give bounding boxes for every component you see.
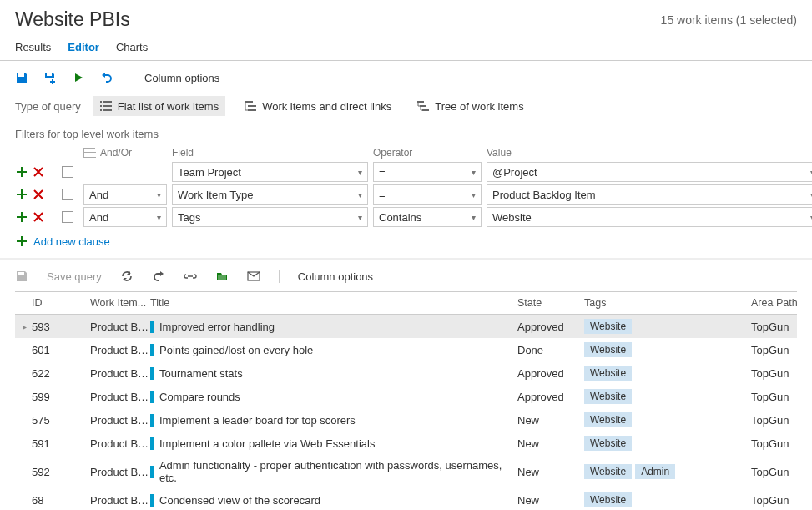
table-row[interactable]: 601 Product Ba... Points gained/lost on … xyxy=(15,338,797,361)
value-select[interactable]: Product Backlog Item▾ xyxy=(487,184,812,205)
remove-row-icon[interactable] xyxy=(32,210,45,224)
run-icon[interactable] xyxy=(72,71,85,84)
title-text: Compare rounds xyxy=(159,391,240,403)
cell-state: Approved xyxy=(517,321,584,333)
tab-results[interactable]: Results xyxy=(15,41,51,53)
svg-rect-11 xyxy=(422,109,429,111)
toolbar-divider xyxy=(129,71,129,84)
tag-pill: Website xyxy=(584,436,632,451)
svg-rect-9 xyxy=(417,101,424,103)
col-id[interactable]: ID xyxy=(32,297,90,309)
refresh-icon[interactable] xyxy=(120,270,134,283)
cell-id: 599 xyxy=(32,391,90,403)
cell-area: TopGun xyxy=(751,494,812,507)
type-color-bar xyxy=(150,391,154,403)
header-field: Field xyxy=(172,147,368,159)
col-type[interactable]: Work Item... xyxy=(90,297,150,309)
table-row[interactable]: 575 Product Ba... Implement a leader boa… xyxy=(15,408,797,432)
value-select[interactable]: @Project▾ xyxy=(487,162,812,182)
cell-tags: Website xyxy=(584,366,751,381)
cell-type: Product Ba... xyxy=(90,494,150,507)
col-tags[interactable]: Tags xyxy=(584,297,751,309)
title-text: Implement a leader board for top scorers xyxy=(159,414,356,427)
field-select[interactable]: Team Project▾ xyxy=(172,162,368,182)
table-row[interactable]: 592 Product Ba... Admin functionality - … xyxy=(15,455,797,488)
undo-icon[interactable] xyxy=(100,71,113,84)
filter-clause: Team Project▾ =▾ @Project▾ xyxy=(15,162,797,182)
andor-select[interactable]: And▾ xyxy=(83,207,167,227)
redo-icon[interactable] xyxy=(152,270,165,283)
results-toolbar: Save query Column options xyxy=(0,260,812,291)
row-expand-icon[interactable]: ▸ xyxy=(17,322,32,331)
query-type-row: Type of query Flat list of work items Wo… xyxy=(0,93,812,124)
svg-rect-4 xyxy=(100,109,102,111)
svg-rect-6 xyxy=(245,101,253,103)
add-row-icon[interactable] xyxy=(15,188,28,201)
col-title[interactable]: Title xyxy=(150,297,517,309)
table-row[interactable]: 68 Product Ba... Condensed view of the s… xyxy=(15,488,797,510)
andor-select[interactable]: And▾ xyxy=(83,184,167,205)
save-query-label: Save query xyxy=(47,270,102,283)
tab-editor[interactable]: Editor xyxy=(68,41,99,53)
col-state[interactable]: State xyxy=(517,297,584,309)
query-type-tree[interactable]: Tree of work items xyxy=(410,96,530,116)
save-icon[interactable] xyxy=(15,71,28,84)
svg-rect-5 xyxy=(103,109,112,111)
group-icon xyxy=(83,148,95,158)
tag-pill: Website xyxy=(584,412,632,427)
operator-select[interactable]: =▾ xyxy=(373,184,482,205)
svg-rect-8 xyxy=(248,109,256,111)
value-select[interactable]: Website▾ xyxy=(487,207,812,227)
table-row[interactable]: ▸ 593 Product Ba... Improved error handl… xyxy=(15,315,797,338)
page-title: Website PBIs xyxy=(15,8,130,31)
column-options-button-2[interactable]: Column options xyxy=(298,270,373,283)
table-row[interactable]: 622 Product Ba... Tournament stats Appro… xyxy=(15,361,797,385)
type-color-bar xyxy=(150,437,154,450)
clause-checkbox[interactable] xyxy=(62,211,73,223)
query-type-flat[interactable]: Flat list of work items xyxy=(93,96,225,116)
cell-type: Product Ba... xyxy=(90,437,150,450)
title-text: Implement a color pallete via Web Essent… xyxy=(159,437,375,450)
save-as-icon[interactable] xyxy=(43,71,57,84)
query-type-label: Type of query xyxy=(15,100,81,113)
query-tree-label: Tree of work items xyxy=(435,100,523,113)
col-area[interactable]: Area Path xyxy=(751,297,812,309)
save-query-icon xyxy=(15,270,28,283)
cell-state: New xyxy=(517,466,584,478)
column-options-button[interactable]: Column options xyxy=(144,72,219,84)
query-type-direct[interactable]: Work items and direct links xyxy=(237,96,398,116)
field-select[interactable]: Work Item Type▾ xyxy=(172,184,368,205)
tag-pill: Website xyxy=(584,389,632,404)
add-row-icon[interactable] xyxy=(15,210,28,224)
table-row[interactable]: 591 Product Ba... Implement a color pall… xyxy=(15,432,797,455)
add-clause-button[interactable]: Add new clause xyxy=(15,230,797,248)
tree-icon xyxy=(416,99,430,113)
clause-checkbox[interactable] xyxy=(62,189,73,200)
open-icon[interactable] xyxy=(215,270,229,283)
header-operator: Operator xyxy=(373,147,482,159)
cell-state: Approved xyxy=(517,367,584,380)
type-color-bar xyxy=(150,466,154,478)
cell-tags: Website xyxy=(584,342,751,357)
cell-title: Compare rounds xyxy=(150,391,517,403)
flat-list-icon xyxy=(99,99,113,113)
cell-tags: Website xyxy=(584,436,751,451)
cell-id: 575 xyxy=(32,414,90,427)
link-icon[interactable] xyxy=(184,270,197,283)
clause-checkbox[interactable] xyxy=(62,166,73,178)
operator-select[interactable]: Contains▾ xyxy=(373,207,482,227)
remove-row-icon[interactable] xyxy=(32,188,45,201)
add-row-icon[interactable] xyxy=(15,165,28,179)
email-icon[interactable] xyxy=(247,270,260,283)
field-select[interactable]: Tags▾ xyxy=(172,207,368,227)
cell-title: Improved error handling xyxy=(150,321,517,333)
type-color-bar xyxy=(150,344,154,356)
cell-id: 68 xyxy=(32,494,90,507)
cell-tags: Website xyxy=(584,412,751,427)
tab-charts[interactable]: Charts xyxy=(116,41,148,53)
operator-select[interactable]: =▾ xyxy=(373,162,482,182)
remove-row-icon[interactable] xyxy=(32,165,45,179)
andor-select[interactable] xyxy=(83,162,167,182)
table-row[interactable]: 599 Product Ba... Compare rounds Approve… xyxy=(15,385,797,408)
filter-clause: And▾ Work Item Type▾ =▾ Product Backlog … xyxy=(15,184,797,205)
